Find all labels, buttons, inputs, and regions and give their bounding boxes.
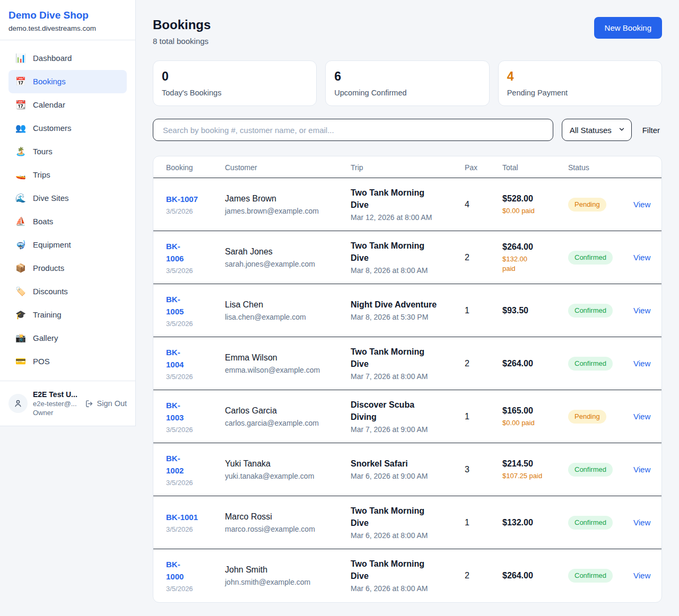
customer-name: Yuki Tanaka bbox=[225, 458, 335, 470]
sign-out-label: Sign Out bbox=[97, 399, 127, 408]
customer-email: james.brown@example.com bbox=[225, 206, 335, 216]
total-amount: $93.50 bbox=[502, 305, 552, 316]
booking-id-link[interactable]: BK- 1005 bbox=[166, 293, 184, 318]
sidebar-item-calendar[interactable]: 📆 Calendar bbox=[8, 93, 127, 117]
sidebar-item-training[interactable]: 🎓 Training bbox=[8, 303, 127, 327]
view-link[interactable]: View bbox=[633, 306, 650, 315]
booking-id-link[interactable]: BK- 1006 bbox=[166, 240, 184, 265]
trip-datetime: Mar 12, 2026 at 8:00 AM bbox=[351, 213, 449, 223]
booking-id-link[interactable]: BK- 1002 bbox=[166, 452, 184, 477]
sidebar-item-label: Bookings bbox=[33, 75, 66, 88]
view-link[interactable]: View bbox=[633, 571, 650, 580]
booking-id-link[interactable]: BK- 1004 bbox=[166, 346, 184, 371]
column-header-actions bbox=[621, 156, 661, 178]
customer-email: marco.rossi@example.com bbox=[225, 524, 335, 534]
brand-block: Demo Dive Shop demo.test.divestreams.com bbox=[0, 0, 135, 40]
pax-count: 1 bbox=[452, 412, 490, 421]
sidebar-item-equipment[interactable]: 🤿 Equipment bbox=[8, 233, 127, 257]
paid-amount: $0.00 paid bbox=[502, 418, 552, 428]
customer-email: emma.wilson@example.com bbox=[225, 365, 335, 375]
trip-datetime: Mar 7, 2026 at 8:00 AM bbox=[351, 372, 449, 382]
trip-name: Night Dive Adventure bbox=[351, 298, 449, 311]
view-link[interactable]: View bbox=[633, 359, 650, 368]
customer-name: John Smith bbox=[225, 564, 335, 576]
stat-card: 6 Upcoming Confirmed bbox=[325, 60, 489, 106]
view-link[interactable]: View bbox=[633, 412, 650, 421]
filter-controls: All Statuses Filter bbox=[153, 119, 662, 141]
sidebar-item-label: Calendar bbox=[33, 99, 65, 111]
logout-icon bbox=[85, 399, 94, 408]
booking-id-link[interactable]: BK-1007 bbox=[166, 193, 198, 205]
pax-count: 3 bbox=[452, 465, 490, 474]
stat-value: 6 bbox=[334, 69, 480, 84]
sidebar-item-pos[interactable]: 💳 POS bbox=[8, 350, 127, 373]
table-row: BK- 1005 3/5/2026 Lisa Chen lisa.chen@ex… bbox=[153, 284, 661, 337]
sidebar-item-customers[interactable]: 👥 Customers bbox=[8, 117, 127, 140]
sidebar-item-discounts[interactable]: 🏷️ Discounts bbox=[8, 280, 127, 303]
trip-name: Discover Scuba Diving bbox=[351, 399, 449, 423]
column-header-total: Total bbox=[490, 156, 555, 178]
sidebar-item-dashboard[interactable]: 📊 Dashboard bbox=[8, 47, 127, 70]
pax-count: 2 bbox=[452, 253, 490, 262]
sidebar-item-dive-sites[interactable]: 🌊 Dive Sites bbox=[8, 187, 127, 210]
user-info: E2E Test U... e2e-tester@... Owner bbox=[33, 390, 80, 417]
booking-id-link[interactable]: BK- 1003 bbox=[166, 399, 184, 424]
sign-out-button[interactable]: Sign Out bbox=[85, 399, 127, 408]
table-header-row: BookingCustomerTripPaxTotalStatus bbox=[153, 156, 661, 178]
status-badge: Confirmed bbox=[568, 463, 613, 477]
booking-id-link[interactable]: BK-1001 bbox=[166, 511, 198, 523]
package-icon: 📦 bbox=[15, 262, 27, 275]
table-row: BK- 1006 3/5/2026 Sarah Jones sarah.jone… bbox=[153, 231, 661, 284]
status-badge: Pending bbox=[568, 198, 606, 212]
table-row: BK- 1003 3/5/2026 Carlos Garcia carlos.g… bbox=[153, 390, 661, 443]
status-badge: Confirmed bbox=[568, 569, 613, 583]
sidebar-item-trips[interactable]: 🚤 Trips bbox=[8, 163, 127, 187]
pax-count: 2 bbox=[452, 359, 490, 368]
trip-name: Snorkel Safari bbox=[351, 457, 449, 470]
customer-name: Emma Wilson bbox=[225, 352, 335, 364]
customer-email: carlos.garcia@example.com bbox=[225, 418, 335, 428]
sidebar-item-bookings[interactable]: 📅 Bookings bbox=[8, 70, 127, 93]
view-link[interactable]: View bbox=[633, 253, 650, 262]
table-row: BK- 1000 3/5/2026 John Smith john.smith@… bbox=[153, 549, 661, 602]
pax-count: 2 bbox=[452, 571, 490, 580]
sidebar-item-gallery[interactable]: 📸 Gallery bbox=[8, 327, 127, 350]
filter-button[interactable]: Filter bbox=[640, 126, 662, 135]
stat-label: Upcoming Confirmed bbox=[334, 87, 480, 98]
bookings-table: BookingCustomerTripPaxTotalStatus BK-100… bbox=[153, 156, 662, 603]
view-link[interactable]: View bbox=[633, 465, 650, 474]
diving-mask-icon: 🤿 bbox=[15, 239, 27, 251]
sidebar-item-products[interactable]: 📦 Products bbox=[8, 257, 127, 280]
column-header-booking: Booking bbox=[153, 156, 212, 178]
customer-name: James Brown bbox=[225, 193, 335, 205]
trip-name: Two Tank Morning Dive bbox=[351, 187, 449, 211]
sidebar-item-label: Training bbox=[33, 309, 62, 321]
customer-name: Marco Rossi bbox=[225, 511, 335, 523]
sidebar-item-boats[interactable]: ⛵ Boats bbox=[8, 210, 127, 233]
booking-id-link[interactable]: BK- 1000 bbox=[166, 558, 184, 583]
table-row: BK-1001 3/5/2026 Marco Rossi marco.rossi… bbox=[153, 496, 661, 549]
column-header-customer: Customer bbox=[212, 156, 338, 178]
sidebar: Demo Dive Shop demo.test.divestreams.com… bbox=[0, 0, 136, 426]
bar-chart-icon: 📊 bbox=[15, 52, 27, 65]
booking-date: 3/5/2026 bbox=[166, 584, 209, 593]
total-amount: $264.00 bbox=[502, 241, 552, 253]
sidebar-item-label: POS bbox=[33, 355, 50, 368]
person-icon bbox=[13, 399, 23, 408]
graduation-cap-icon: 🎓 bbox=[15, 309, 27, 321]
view-link[interactable]: View bbox=[633, 518, 650, 527]
table-row: BK-1007 3/5/2026 James Brown james.brown… bbox=[153, 178, 661, 231]
status-badge: Confirmed bbox=[568, 516, 613, 530]
status-filter-select[interactable]: All Statuses bbox=[562, 119, 632, 141]
shop-name: Demo Dive Shop bbox=[8, 9, 127, 22]
view-link[interactable]: View bbox=[633, 200, 650, 209]
booking-date: 3/5/2026 bbox=[166, 525, 209, 534]
table-row: BK- 1002 3/5/2026 Yuki Tanaka yuki.tanak… bbox=[153, 443, 661, 496]
pax-count: 4 bbox=[452, 200, 490, 209]
new-booking-button[interactable]: New Booking bbox=[594, 17, 662, 39]
search-input[interactable] bbox=[153, 119, 553, 141]
total-amount: $165.00 bbox=[502, 405, 552, 417]
trip-datetime: Mar 6, 2026 at 9:00 AM bbox=[351, 471, 449, 481]
sidebar-footer: E2E Test U... e2e-tester@... Owner Sign … bbox=[0, 381, 135, 426]
sidebar-item-tours[interactable]: 🏝️ Tours bbox=[8, 140, 127, 163]
